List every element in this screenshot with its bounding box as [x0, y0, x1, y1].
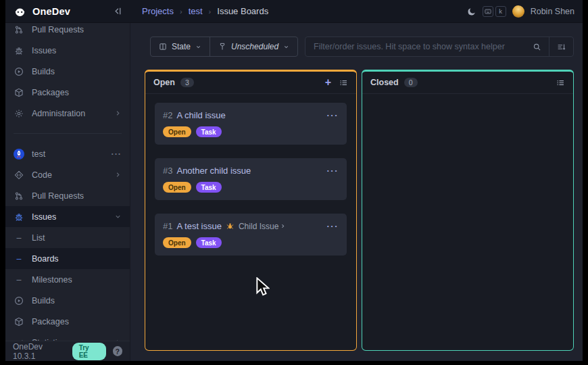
sidebar-item-label: Pull Requests	[32, 25, 122, 34]
sidebar-item-label: List	[32, 233, 122, 243]
board-column-open: Open 3 +	[145, 70, 357, 351]
sidebar: Pull Requests Issues	[5, 23, 130, 361]
filter-input[interactable]	[305, 37, 525, 56]
issue-card[interactable]: #3 Another child issue ··· Open Task	[155, 158, 347, 200]
shortcut-key-k: k	[495, 6, 506, 17]
type-badge-task: Task	[196, 126, 222, 137]
sidebar-nav: Pull Requests Issues	[5, 23, 130, 341]
sidebar-item-pull-requests[interactable]: Pull Requests	[5, 23, 130, 40]
package-icon	[14, 88, 24, 97]
sidebar-item-label: Administration	[32, 109, 107, 118]
breadcrumb-projects-link[interactable]: Projects	[142, 6, 174, 16]
sidebar-item-label: Packages	[32, 88, 122, 97]
main-content: State Unscheduled	[130, 23, 583, 361]
dash-bullet: –	[14, 254, 24, 264]
search-icon[interactable]	[525, 37, 549, 56]
state-badge-open: Open	[163, 126, 191, 137]
card-more-icon[interactable]: ···	[327, 111, 339, 120]
column-list-icon[interactable]	[556, 78, 565, 87]
card-more-icon[interactable]: ···	[327, 222, 339, 230]
sidebar-item-packages[interactable]: Packages	[5, 82, 130, 103]
card-more-icon[interactable]: ···	[327, 166, 339, 175]
milestone-dropdown-button[interactable]: Unscheduled	[210, 37, 297, 56]
issue-card[interactable]: #1 A test issue	[155, 214, 347, 256]
chevron-down-icon	[114, 213, 122, 220]
top-bar: OneDev Projects › test › Issue Boards	[5, 0, 583, 23]
breadcrumb-separator: ›	[209, 7, 212, 16]
column-title: Open	[153, 78, 175, 87]
sidebar-project-row[interactable]: test ···	[5, 143, 130, 164]
child-issue-link-label: Child Issue	[239, 222, 278, 231]
order-icon[interactable]	[549, 37, 573, 56]
brand-area: OneDev	[5, 5, 130, 18]
board-column-closed: Closed 0	[362, 70, 574, 351]
column-header: Closed 0	[362, 72, 573, 94]
issue-title: A test issue	[176, 221, 221, 231]
bug-icon	[14, 46, 24, 55]
dark-mode-icon[interactable]	[467, 7, 476, 16]
breadcrumb: Projects › test › Issue Boards	[130, 6, 268, 16]
state-dropdown-button[interactable]: State	[151, 37, 210, 56]
play-circle-icon	[14, 296, 24, 306]
project-more-icon[interactable]: ···	[112, 149, 122, 159]
issue-board: Open 3 +	[145, 70, 574, 351]
sidebar-item-label: Packages	[32, 317, 122, 326]
sidebar-item-label: Code	[32, 170, 107, 180]
sidebar-item-project-issues[interactable]: Issues	[5, 206, 130, 227]
breadcrumb-separator: ›	[180, 7, 182, 16]
project-avatar-rocket	[14, 149, 24, 160]
spider-emoji-icon	[226, 222, 235, 230]
user-avatar[interactable]	[512, 5, 524, 18]
state-badge-open: Open	[163, 182, 191, 193]
sidebar-item-administration[interactable]: Administration	[5, 103, 130, 124]
type-badge-task: Task	[196, 182, 222, 193]
keyboard-icon	[483, 6, 493, 17]
column-count-badge: 3	[180, 78, 194, 87]
sidebar-item-label: Builds	[32, 67, 122, 76]
sidebar-item-code[interactable]: Code	[5, 164, 130, 185]
sidebar-item-project-pull-requests[interactable]: Pull Requests	[5, 185, 130, 206]
breadcrumb-project-link[interactable]: test	[189, 6, 203, 16]
sidebar-item-label: Issues	[32, 46, 122, 55]
sidebar-item-label: Issues	[32, 212, 107, 222]
brand-name: OneDev	[32, 6, 70, 17]
bug-icon	[14, 212, 24, 222]
chevron-right-icon	[114, 110, 122, 117]
issue-card[interactable]: #2 A child issue ··· Open Task	[155, 103, 347, 145]
breadcrumb-current-page: Issue Boards	[217, 6, 268, 16]
sidebar-item-label: Pull Requests	[32, 191, 122, 201]
sidebar-item-project-builds[interactable]: Builds	[5, 290, 130, 311]
pull-request-icon	[14, 191, 24, 201]
app-window: OneDev Projects › test › Issue Boards	[5, 0, 583, 361]
code-icon	[14, 170, 24, 180]
try-ee-badge[interactable]: Try EE	[72, 343, 106, 360]
pull-request-icon	[14, 25, 24, 34]
sidebar-subitem-milestones[interactable]: – Milestones	[5, 269, 130, 290]
sidebar-collapse-icon[interactable]	[112, 6, 122, 16]
sidebar-item-label: Builds	[32, 296, 122, 306]
issue-number: #2	[163, 110, 172, 120]
project-name: test	[32, 149, 104, 159]
onedev-logo-icon	[14, 5, 26, 18]
issue-number: #3	[163, 166, 172, 176]
sidebar-subitem-boards[interactable]: – Boards	[5, 248, 130, 269]
sidebar-item-builds[interactable]: Builds	[5, 61, 130, 82]
user-name[interactable]: Robin Shen	[531, 7, 574, 16]
column-list-icon[interactable]	[339, 78, 348, 87]
chevron-right-icon	[114, 171, 122, 178]
chevron-right-icon	[280, 223, 286, 229]
sidebar-item-statistics[interactable]: Statistics	[5, 332, 130, 341]
filter-button-group: State Unscheduled	[150, 36, 298, 57]
column-body: #2 A child issue ··· Open Task #3	[145, 94, 356, 350]
child-issue-link[interactable]: Child Issue	[239, 222, 286, 231]
sidebar-item-project-packages[interactable]: Packages	[5, 311, 130, 332]
board-columns-icon	[159, 43, 167, 51]
column-count-badge: 0	[404, 78, 418, 87]
milestone-icon	[218, 43, 226, 51]
add-card-icon[interactable]: +	[325, 77, 331, 88]
sidebar-item-issues[interactable]: Issues	[5, 40, 130, 61]
column-title: Closed	[370, 78, 399, 87]
help-icon[interactable]: ?	[113, 346, 122, 356]
chevron-down-icon	[283, 44, 289, 50]
sidebar-subitem-list[interactable]: – List	[5, 227, 130, 248]
